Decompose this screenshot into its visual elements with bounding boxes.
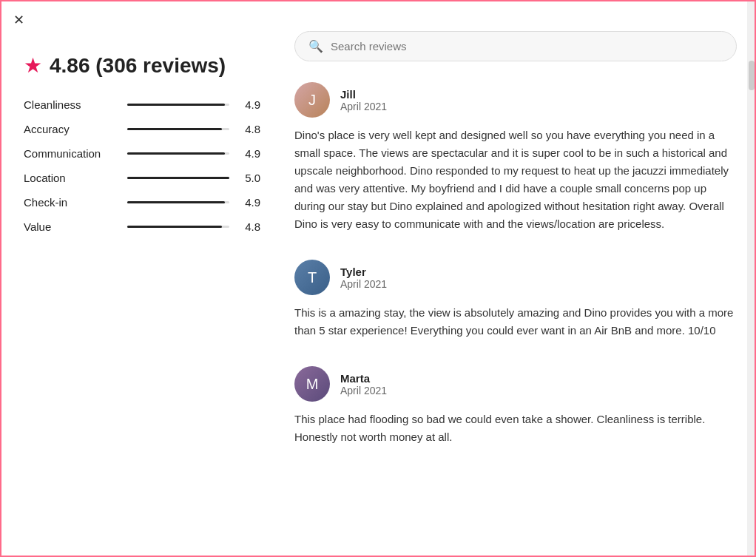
reviewer-date: April 2021 xyxy=(340,278,387,290)
review-text: This place had flooding so bad we could … xyxy=(294,411,737,446)
avatar: T xyxy=(294,260,330,295)
reviewer-info: Marta April 2021 xyxy=(340,372,387,396)
avatar: M xyxy=(294,366,330,402)
reviewer-date: April 2021 xyxy=(340,101,387,112)
review-item: J Jill April 2021 Dino's place is very w… xyxy=(294,82,737,233)
close-button[interactable]: ✕ xyxy=(13,13,24,27)
reviewer-info: Jill April 2021 xyxy=(340,88,387,112)
metric-bar xyxy=(127,104,229,106)
search-icon: 🔍 xyxy=(308,39,323,53)
reviewer-name: Tyler xyxy=(340,266,387,278)
metric-bar xyxy=(127,128,229,130)
metric-row: Value 4.8 xyxy=(24,220,260,233)
avatar: J xyxy=(294,82,330,118)
metric-label: Location xyxy=(24,172,120,184)
metric-bar-fill xyxy=(127,128,222,130)
scrollbar-thumb xyxy=(749,61,755,90)
metric-bar-fill xyxy=(127,201,225,203)
metric-row: Check-in 4.9 xyxy=(24,196,260,209)
review-item: T Tyler April 2021 This is a amazing sta… xyxy=(294,260,737,340)
metric-bar-fill xyxy=(127,226,222,228)
metric-label: Accuracy xyxy=(24,123,120,135)
rating-title: 4.86 (306 reviews) xyxy=(50,54,226,78)
reviewer-info: Tyler April 2021 xyxy=(340,266,387,290)
metric-value: 4.9 xyxy=(237,147,260,160)
reviewer-name: Jill xyxy=(340,88,387,101)
reviews-list: J Jill April 2021 Dino's place is very w… xyxy=(294,82,737,446)
star-icon: ★ xyxy=(24,53,42,78)
metric-row: Communication 4.9 xyxy=(24,147,260,160)
metric-bar-fill xyxy=(127,152,225,155)
metric-bar xyxy=(127,226,229,228)
scrollbar[interactable] xyxy=(747,1,755,556)
search-input[interactable] xyxy=(331,40,723,53)
metric-bar-fill xyxy=(127,104,225,106)
metric-label: Check-in xyxy=(24,196,120,209)
metric-bar xyxy=(127,201,229,203)
metric-value: 5.0 xyxy=(237,172,260,184)
metrics-list: Cleanliness 4.9 Accuracy 4.8 Communicati… xyxy=(24,98,260,233)
metric-bar xyxy=(127,152,229,155)
reviewer-date: April 2021 xyxy=(340,385,387,396)
metric-value: 4.8 xyxy=(237,123,260,135)
reviewer-header: M Marta April 2021 xyxy=(294,366,737,402)
metric-row: Location 5.0 xyxy=(24,172,260,184)
reviewer-name: Marta xyxy=(340,372,387,385)
metric-value: 4.9 xyxy=(237,196,260,209)
metric-label: Communication xyxy=(24,147,120,160)
right-panel: 🔍 J Jill April 2021 Dino's place is very… xyxy=(283,16,755,487)
metric-label: Value xyxy=(24,220,120,233)
left-panel: ★ 4.86 (306 reviews) Cleanliness 4.9 Acc… xyxy=(1,16,283,487)
review-text: This is a amazing stay, the view is abso… xyxy=(294,304,737,340)
metric-bar-fill xyxy=(127,177,229,179)
search-bar[interactable]: 🔍 xyxy=(294,31,737,61)
review-item: M Marta April 2021 This place had floodi… xyxy=(294,366,737,446)
metric-row: Accuracy 4.8 xyxy=(24,123,260,135)
metric-value: 4.9 xyxy=(237,98,260,111)
metric-row: Cleanliness 4.9 xyxy=(24,98,260,111)
review-text: Dino's place is very well kept and desig… xyxy=(294,126,737,233)
reviewer-header: T Tyler April 2021 xyxy=(294,260,737,295)
metric-value: 4.8 xyxy=(237,220,260,233)
reviewer-header: J Jill April 2021 xyxy=(294,82,737,118)
metric-label: Cleanliness xyxy=(24,98,120,111)
metric-bar xyxy=(127,177,229,179)
rating-header: ★ 4.86 (306 reviews) xyxy=(24,53,260,78)
